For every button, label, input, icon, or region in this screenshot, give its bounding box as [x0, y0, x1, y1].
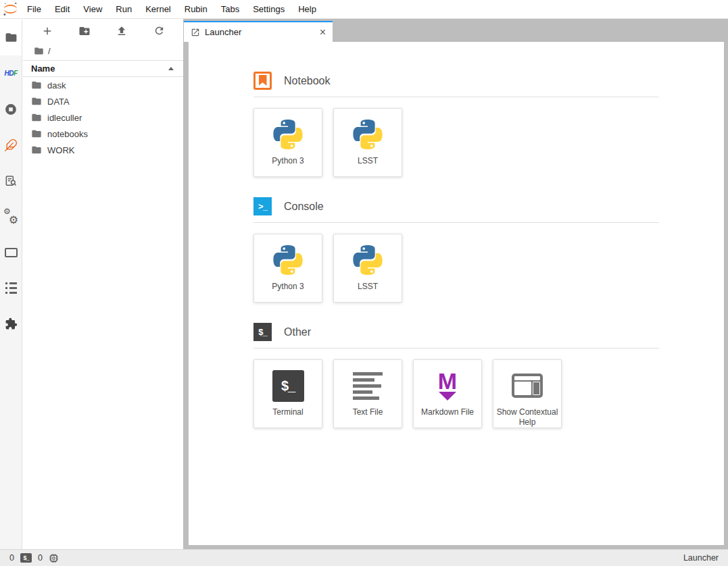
menu-edit[interactable]: Edit — [48, 0, 76, 19]
menu-settings[interactable]: Settings — [246, 0, 291, 19]
running-kernels-icon — [4, 103, 18, 116]
kernel-count: 0 — [38, 553, 43, 563]
sidebar-tab-hdf5-viewer[interactable]: HDF — [0, 55, 22, 91]
sidebar-tab-extension-manager[interactable] — [0, 306, 22, 342]
launcher-card-notebook-lsst[interactable]: LSST — [333, 108, 402, 177]
folder-icon — [31, 80, 42, 91]
refresh-button[interactable] — [149, 22, 168, 40]
folder-icon — [31, 96, 42, 107]
section-divider — [253, 222, 659, 223]
tab-title: Launcher — [205, 27, 241, 37]
sort-ascending-icon — [168, 67, 174, 70]
sidebar-tab-running-sessions[interactable] — [0, 91, 22, 127]
terminal-count: 0 — [9, 553, 14, 563]
text-file-icon — [353, 372, 383, 400]
sidebar-tab-feather-extension[interactable] — [0, 127, 22, 163]
folder-row-data[interactable]: DATA — [23, 93, 183, 109]
card-label: Show Contextual Help — [493, 407, 561, 428]
card-label: Markdown File — [418, 407, 477, 417]
menu-file[interactable]: File — [20, 0, 48, 19]
section-title: Other — [284, 326, 311, 338]
folder-row-dask[interactable]: dask — [23, 77, 183, 93]
python-logo-icon — [351, 115, 385, 153]
window-icon — [5, 248, 18, 257]
section-divider — [253, 348, 659, 349]
new-folder-button[interactable] — [75, 22, 94, 40]
tab-bar: Launcher × — [183, 19, 728, 42]
puzzle-icon — [5, 317, 18, 330]
card-label: LSST — [355, 156, 381, 166]
python-logo-icon — [351, 241, 385, 279]
launcher-card-notebook-python3[interactable]: Python 3 — [253, 108, 322, 177]
folder-icon — [31, 112, 42, 123]
hdf5-icon: HDF — [4, 70, 17, 77]
launcher-card-console-lsst[interactable]: LSST — [333, 234, 402, 303]
terminal-icon: $_ — [20, 553, 32, 563]
column-name-label: Name — [31, 63, 55, 74]
folder-row-notebooks[interactable]: notebooks — [23, 126, 183, 142]
gears-icon: ⚙⚙ — [3, 209, 18, 224]
console-icon: >_ — [253, 197, 272, 215]
section-title: Notebook — [284, 75, 331, 87]
section-divider — [253, 97, 659, 97]
close-icon[interactable]: × — [320, 27, 326, 38]
running-sessions-status[interactable]: 0 $_ 0 — [9, 553, 59, 563]
sidebar-tab-table-of-contents[interactable] — [0, 270, 22, 306]
menu-run[interactable]: Run — [109, 0, 139, 19]
sidebar-tab-inspector[interactable] — [0, 163, 22, 199]
menu-tabs[interactable]: Tabs — [214, 0, 246, 19]
notebook-icon — [253, 72, 272, 90]
tab-launcher[interactable]: Launcher × — [184, 21, 333, 42]
menu-help[interactable]: Help — [291, 0, 323, 19]
folder-name: dask — [47, 80, 66, 91]
left-sidebar: HDF ⚙⚙ — [0, 20, 22, 549]
launcher-card-contextual-help[interactable]: Show Contextual Help — [493, 359, 562, 428]
feather-icon — [4, 138, 18, 152]
folder-icon — [31, 145, 42, 155]
launcher-card-markdown-file[interactable]: M Markdown File — [413, 359, 482, 428]
launcher-card-console-python3[interactable]: Python 3 — [253, 234, 322, 303]
sidebar-tab-dask[interactable]: ⚙⚙ — [0, 199, 22, 234]
current-activity-label: Launcher — [683, 553, 719, 563]
card-label: LSST — [355, 282, 381, 292]
launcher-icon — [191, 28, 200, 37]
status-bar: 0 $_ 0 Launcher — [0, 549, 728, 566]
folder-name: idleculler — [47, 113, 82, 123]
file-list-header[interactable]: Name — [23, 60, 183, 77]
main-dock-panel: Launcher × Notebook — [183, 19, 728, 549]
sidebar-tab-sessions-panel[interactable] — [0, 234, 22, 270]
file-browser-panel: / Name dask DATA idleculler notebooks WO… — [23, 20, 183, 549]
sidebar-tab-file-browser[interactable] — [0, 20, 22, 55]
card-label: Text File — [350, 407, 386, 417]
section-title: Console — [284, 201, 324, 213]
python-logo-icon — [271, 115, 305, 153]
menu-rubin[interactable]: Rubin — [178, 0, 214, 19]
home-folder-icon — [34, 46, 44, 56]
folder-icon — [5, 31, 18, 44]
launcher-section-console: >_ Console Python 3 — [253, 197, 659, 303]
folder-row-idleculler[interactable]: idleculler — [23, 109, 183, 126]
contextual-help-icon — [512, 374, 543, 398]
folder-row-work[interactable]: WORK — [23, 142, 183, 158]
file-browser-toolbar — [23, 20, 183, 42]
list-icon — [5, 282, 17, 294]
upload-button[interactable] — [112, 22, 131, 40]
menu-view[interactable]: View — [76, 0, 109, 19]
launcher-card-text-file[interactable]: Text File — [333, 359, 402, 428]
card-label: Python 3 — [269, 282, 306, 292]
breadcrumb-root: / — [48, 46, 51, 56]
markdown-icon: M — [438, 371, 457, 401]
folder-icon — [31, 128, 42, 139]
breadcrumb[interactable]: / — [23, 42, 183, 60]
launcher-card-terminal[interactable]: $_ Terminal — [253, 359, 322, 428]
menu-kernel[interactable]: Kernel — [139, 0, 178, 19]
kernel-chip-icon — [49, 553, 59, 563]
launcher-panel: Notebook Python 3 — [189, 42, 724, 545]
card-label: Python 3 — [269, 156, 306, 166]
new-launcher-button[interactable] — [38, 22, 57, 40]
launcher-section-notebook: Notebook Python 3 — [253, 72, 659, 177]
card-label: Terminal — [270, 407, 306, 417]
folder-name: DATA — [47, 97, 70, 107]
jupyter-logo-icon — [0, 1, 20, 17]
document-search-icon — [4, 174, 18, 188]
